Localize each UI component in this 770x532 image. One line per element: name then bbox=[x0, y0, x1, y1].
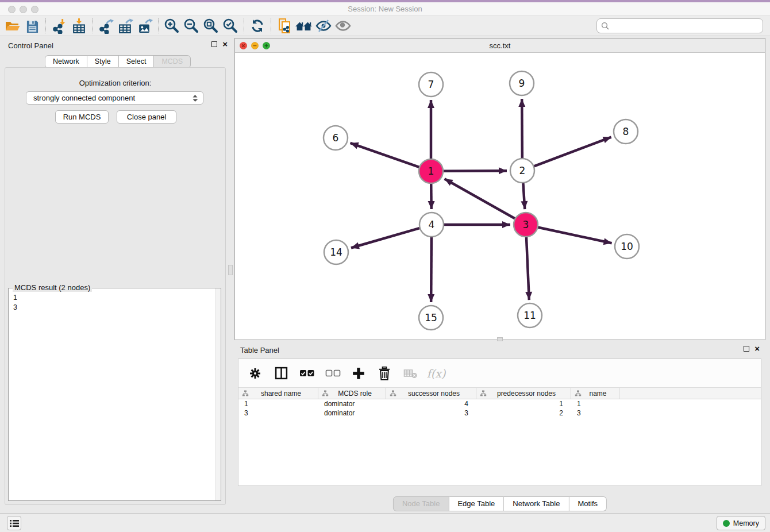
search-box[interactable] bbox=[596, 18, 763, 33]
show-columns-button[interactable] bbox=[272, 365, 290, 382]
edge-2-8[interactable] bbox=[534, 137, 611, 167]
graph-node-10[interactable]: 10 bbox=[615, 234, 639, 259]
copy-network-button[interactable] bbox=[275, 16, 294, 36]
tab-network[interactable]: Network bbox=[45, 55, 87, 68]
zoom-fit-button[interactable] bbox=[201, 16, 221, 36]
function-builder-button[interactable]: f(x) bbox=[428, 365, 445, 382]
table-panel-title: Table Panel bbox=[240, 346, 279, 354]
houses-button[interactable] bbox=[294, 16, 314, 36]
memory-button[interactable]: Memory bbox=[717, 516, 765, 530]
svg-text:7: 7 bbox=[428, 79, 434, 90]
horizontal-splitter-handle[interactable] bbox=[497, 337, 503, 341]
float-table-panel-icon[interactable] bbox=[744, 346, 749, 352]
edge-4-14[interactable] bbox=[351, 228, 420, 248]
export-image-button[interactable] bbox=[135, 16, 155, 36]
add-column-button[interactable] bbox=[350, 365, 367, 382]
graph-node-15[interactable]: 15 bbox=[419, 306, 443, 330]
refresh-icon bbox=[249, 18, 265, 33]
table-row[interactable]: 1dominator411 bbox=[238, 399, 761, 408]
svg-text:15: 15 bbox=[425, 312, 437, 323]
graph-node-3[interactable]: 3 bbox=[514, 213, 538, 237]
tab-select[interactable]: Select bbox=[119, 55, 155, 68]
edge-3-10[interactable] bbox=[538, 227, 612, 243]
delete-table-icon bbox=[403, 368, 418, 379]
table-settings-button[interactable] bbox=[247, 365, 264, 382]
unchecked-boxes-icon bbox=[325, 369, 341, 377]
edge-1-6[interactable] bbox=[350, 143, 419, 167]
table-cell: 1 bbox=[238, 399, 318, 408]
table-body: 1dominator4113dominator323 bbox=[238, 399, 761, 418]
table-panel-content: f(x) shared nameMCDS rolesuccessor nodes… bbox=[238, 358, 761, 486]
svg-text:1: 1 bbox=[428, 165, 434, 177]
export-network-button[interactable] bbox=[96, 16, 116, 36]
import-table-button[interactable] bbox=[69, 16, 88, 36]
tab-edge-table[interactable]: Edge Table bbox=[449, 496, 504, 511]
network-canvas[interactable]: 7968124314101511 bbox=[235, 53, 765, 340]
edge-1-2[interactable] bbox=[443, 171, 507, 171]
delete-table-button[interactable] bbox=[402, 365, 419, 382]
zoom-selected-button[interactable] bbox=[221, 16, 240, 36]
open-session-button[interactable] bbox=[3, 16, 22, 36]
table-export-icon bbox=[118, 18, 133, 34]
edge-2-9[interactable] bbox=[522, 99, 522, 159]
task-history-button[interactable] bbox=[7, 516, 21, 530]
tab-mcds[interactable]: MCDS bbox=[154, 55, 191, 68]
zoom-fit-icon bbox=[202, 17, 220, 34]
column-header-successor-nodes[interactable]: successor nodes bbox=[386, 388, 476, 399]
edge-3-1[interactable] bbox=[445, 179, 515, 218]
zoom-in-button[interactable] bbox=[162, 16, 182, 36]
search-input[interactable] bbox=[612, 20, 763, 32]
export-table-button[interactable] bbox=[116, 16, 135, 36]
float-panel-icon[interactable] bbox=[211, 41, 217, 47]
eye-icon bbox=[334, 18, 352, 33]
graph-node-6[interactable]: 6 bbox=[324, 126, 348, 150]
window-title: Session: New Session bbox=[0, 2, 770, 16]
tab-network-table[interactable]: Network Table bbox=[504, 496, 569, 511]
show-graphics-button[interactable] bbox=[333, 16, 353, 36]
svg-text:3: 3 bbox=[523, 219, 529, 230]
edge-2-3[interactable] bbox=[523, 183, 525, 209]
column-header-predecessor-nodes[interactable]: predecessor nodes bbox=[476, 388, 571, 399]
graph-node-11[interactable]: 11 bbox=[518, 303, 542, 327]
run-mcds-button[interactable]: Run MCDS bbox=[55, 110, 109, 124]
hide-graphics-button[interactable] bbox=[314, 16, 333, 36]
import-network-button[interactable] bbox=[49, 16, 69, 36]
edge-3-11[interactable] bbox=[526, 237, 529, 300]
save-session-button[interactable] bbox=[22, 16, 42, 36]
svg-text:8: 8 bbox=[623, 126, 629, 137]
graph-node-7[interactable]: 7 bbox=[419, 72, 443, 97]
mcds-panel: Optimization criterion: strongly connect… bbox=[5, 67, 226, 505]
tab-motifs[interactable]: Motifs bbox=[569, 496, 607, 511]
search-icon bbox=[601, 22, 609, 30]
function-icon: f(x) bbox=[427, 367, 446, 380]
table-toolbar: f(x) bbox=[238, 359, 761, 388]
zoom-out-button[interactable] bbox=[182, 16, 201, 36]
graph-node-2[interactable]: 2 bbox=[510, 159, 534, 183]
close-panel-icon[interactable]: × bbox=[222, 41, 228, 47]
table-row[interactable]: 3dominator323 bbox=[238, 408, 761, 418]
control-panel-title: Control Panel bbox=[8, 41, 53, 50]
column-header-name[interactable]: name bbox=[571, 388, 619, 399]
close-panel-button[interactable]: Close panel bbox=[117, 110, 176, 124]
close-table-panel-icon[interactable]: × bbox=[754, 346, 760, 352]
graph-node-8[interactable]: 8 bbox=[614, 119, 638, 144]
result-scrollbar[interactable] bbox=[215, 288, 221, 500]
column-header-shared-name[interactable]: shared name bbox=[238, 388, 318, 399]
delete-column-button[interactable] bbox=[376, 365, 393, 382]
select-all-button[interactable] bbox=[298, 365, 315, 382]
graph-node-4[interactable]: 4 bbox=[419, 213, 444, 237]
tab-node-table[interactable]: Node Table bbox=[393, 496, 449, 511]
optimization-criterion-dropdown[interactable]: strongly connected component bbox=[26, 91, 203, 105]
column-header-MCDS-role[interactable]: MCDS role bbox=[318, 388, 386, 399]
network-export-icon bbox=[98, 18, 114, 34]
edge-4-15[interactable] bbox=[431, 237, 432, 302]
graph-node-1[interactable]: 1 bbox=[419, 159, 443, 183]
graph-node-14[interactable]: 14 bbox=[324, 240, 348, 264]
refresh-button[interactable] bbox=[248, 16, 267, 36]
graph-node-9[interactable]: 9 bbox=[510, 71, 534, 95]
tab-style[interactable]: Style bbox=[87, 55, 119, 68]
table-cell: dominator bbox=[318, 399, 386, 408]
control-panel: Control Panel × NetworkStyleSelectMCDS O… bbox=[5, 38, 230, 506]
deselect-all-button[interactable] bbox=[324, 365, 341, 382]
vertical-splitter-handle[interactable] bbox=[228, 265, 233, 275]
